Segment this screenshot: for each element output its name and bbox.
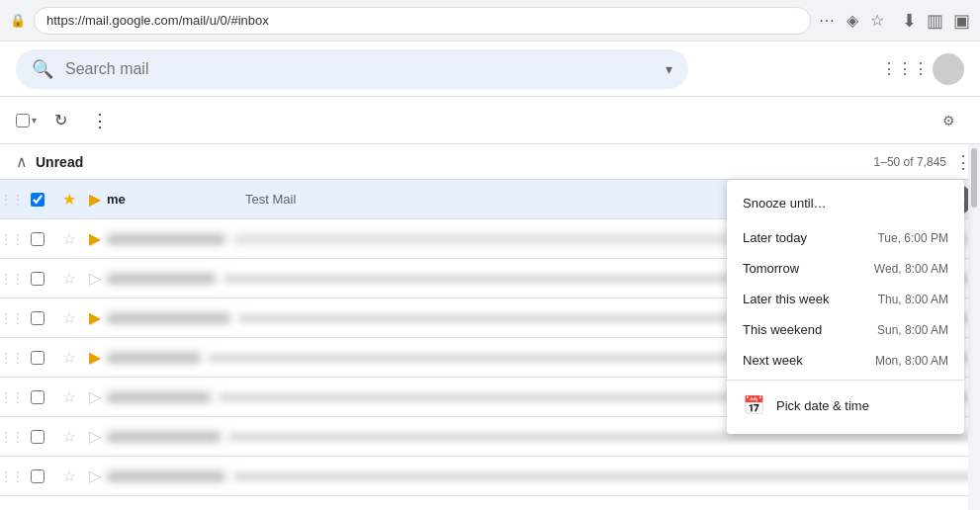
section-header: ∧ Unread 1–50 of 7,845 ⋮ xyxy=(0,144,980,180)
header-icons: ⋮⋮⋮ xyxy=(885,49,964,89)
row-checkbox[interactable] xyxy=(31,390,45,404)
more-options-icon[interactable]: ⋯ xyxy=(819,11,835,30)
row-checkbox[interactable] xyxy=(31,430,45,444)
sender-name xyxy=(107,234,225,244)
settings-button[interactable]: ⚙ xyxy=(933,105,964,136)
pocket-icon[interactable]: ◈ xyxy=(846,11,858,30)
sender-name: me xyxy=(107,192,245,207)
drag-handle-icon: ⋮⋮ xyxy=(0,272,20,286)
snooze-divider xyxy=(727,380,964,381)
search-icon: 🔍 xyxy=(32,58,53,80)
browser-actions: ⋯ ◈ ☆ xyxy=(819,11,884,30)
row-checkbox-wrapper[interactable] xyxy=(20,390,55,404)
snooze-label-weekend: This weekend xyxy=(743,322,822,337)
search-bar[interactable]: 🔍 ▾ xyxy=(16,49,688,89)
snooze-item-next-week[interactable]: Next week Mon, 8:00 AM xyxy=(727,345,964,376)
bookmark-icon[interactable]: ☆ xyxy=(870,11,884,30)
snooze-pick-date-button[interactable]: 📅 Pick date & time xyxy=(727,384,964,426)
important-icon: ▶ xyxy=(83,308,107,327)
sender-name xyxy=(107,471,225,481)
search-input[interactable] xyxy=(65,60,654,78)
sender-name xyxy=(107,353,201,363)
section-title: Unread xyxy=(36,154,83,170)
snooze-pick-label: Pick date & time xyxy=(776,398,869,413)
calendar-icon: 📅 xyxy=(743,394,764,416)
important-icon: ▷ xyxy=(83,427,107,446)
toolbar: ▾ ↻ ⋮ ⚙ xyxy=(0,97,980,144)
refresh-button[interactable]: ↻ xyxy=(45,105,76,136)
star-icon[interactable]: ★ xyxy=(55,190,83,209)
row-checkbox-wrapper[interactable] xyxy=(20,272,55,286)
scrollbar-thumb[interactable] xyxy=(971,148,977,208)
important-icon: ▶ xyxy=(83,348,107,367)
drag-handle-icon: ⋮⋮ xyxy=(0,311,20,325)
row-checkbox-wrapper[interactable] xyxy=(20,469,55,483)
star-icon[interactable]: ☆ xyxy=(55,308,83,327)
star-icon[interactable]: ☆ xyxy=(55,229,83,248)
section-collapse-icon[interactable]: ∧ xyxy=(16,152,28,171)
apps-icon[interactable]: ⋮⋮⋮ xyxy=(885,49,925,89)
scrollbar[interactable] xyxy=(968,144,980,510)
star-icon[interactable]: ☆ xyxy=(55,467,83,485)
row-checkbox-wrapper[interactable] xyxy=(20,430,55,444)
sender-name xyxy=(107,274,216,284)
sender-name xyxy=(107,432,221,442)
library-icon[interactable]: ▥ xyxy=(927,10,943,32)
star-icon[interactable]: ☆ xyxy=(55,348,83,367)
important-icon: ▷ xyxy=(83,467,107,485)
row-checkbox[interactable] xyxy=(31,311,45,325)
row-checkbox[interactable] xyxy=(31,193,45,207)
reader-icon[interactable]: ▣ xyxy=(953,10,970,32)
row-checkbox-wrapper[interactable] xyxy=(20,193,55,207)
important-icon: ▷ xyxy=(83,387,107,406)
drag-handle-icon: ⋮⋮ xyxy=(0,351,20,365)
select-dropdown-icon[interactable]: ▾ xyxy=(32,115,37,126)
snooze-label-next-week: Next week xyxy=(743,353,803,368)
important-icon: ▶ xyxy=(83,229,107,248)
url-text: https://mail.google.com/mail/u/0/#inbox xyxy=(46,13,269,28)
address-bar[interactable]: https://mail.google.com/mail/u/0/#inbox xyxy=(34,7,811,35)
row-checkbox[interactable] xyxy=(31,469,45,483)
snooze-time-next-week: Mon, 8:00 AM xyxy=(875,354,948,368)
sender-name xyxy=(107,392,211,402)
drag-handle-icon: ⋮⋮ xyxy=(0,390,20,404)
snooze-item-later-week[interactable]: Later this week Thu, 8:00 AM xyxy=(727,284,964,314)
important-icon: ▶ xyxy=(83,190,107,209)
row-checkbox-wrapper[interactable] xyxy=(20,311,55,325)
row-checkbox[interactable] xyxy=(31,351,45,365)
snooze-label-tomorrow: Tomorrow xyxy=(743,261,799,276)
row-checkbox-wrapper[interactable] xyxy=(20,351,55,365)
star-icon[interactable]: ☆ xyxy=(55,387,83,406)
select-all-checkbox-wrapper[interactable]: ▾ xyxy=(16,105,37,136)
download-icon[interactable]: ⬇ xyxy=(902,10,917,32)
snooze-time-later-today: Tue, 6:00 PM xyxy=(877,231,948,245)
snooze-item-weekend[interactable]: This weekend Sun, 8:00 AM xyxy=(727,314,964,345)
more-toolbar-button[interactable]: ⋮ xyxy=(84,105,116,136)
lock-icon: 🔒 xyxy=(10,13,26,28)
snooze-time-later-week: Thu, 8:00 AM xyxy=(878,293,948,306)
snooze-item-tomorrow[interactable]: Tomorrow Wed, 8:00 AM xyxy=(727,253,964,284)
important-icon: ▷ xyxy=(83,269,107,288)
row-checkbox-wrapper[interactable] xyxy=(20,232,55,246)
main-content: ∧ Unread 1–50 of 7,845 ⋮ ⋮⋮ ★ ▶ me Test … xyxy=(0,144,980,510)
avatar[interactable] xyxy=(933,53,964,85)
snooze-label-later-week: Later this week xyxy=(743,292,829,306)
search-dropdown-icon[interactable]: ▾ xyxy=(666,61,672,77)
browser-right: ⬇ ▥ ▣ xyxy=(902,10,970,32)
snooze-time-tomorrow: Wed, 8:00 AM xyxy=(874,262,948,276)
snooze-time-weekend: Sun, 8:00 AM xyxy=(877,323,948,337)
sender-name xyxy=(107,313,230,323)
snooze-item-later-today[interactable]: Later today Tue, 6:00 PM xyxy=(727,222,964,253)
snooze-title: Snooze until… xyxy=(727,188,964,222)
star-icon[interactable]: ☆ xyxy=(55,269,83,288)
row-checkbox[interactable] xyxy=(31,272,45,286)
snooze-dropdown: Snooze until… Later today Tue, 6:00 PM T… xyxy=(727,180,964,434)
drag-handle-icon: ⋮⋮ xyxy=(0,430,20,444)
drag-handle-icon: ⋮⋮ xyxy=(0,193,20,207)
select-all-checkbox[interactable] xyxy=(16,114,30,128)
row-checkbox[interactable] xyxy=(31,232,45,246)
browser-bar: 🔒 https://mail.google.com/mail/u/0/#inbo… xyxy=(0,0,980,42)
email-count: 1–50 of 7,845 xyxy=(874,155,946,169)
drag-handle-icon: ⋮⋮ xyxy=(0,232,20,246)
star-icon[interactable]: ☆ xyxy=(55,427,83,446)
